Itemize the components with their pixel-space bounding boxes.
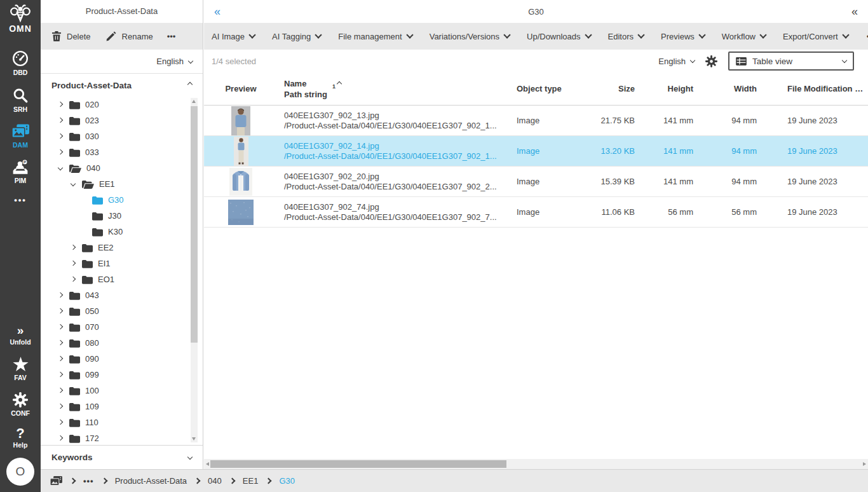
tree-item-ee1[interactable]: EE1: [41, 176, 203, 192]
column-object-type[interactable]: Object type: [501, 84, 576, 93]
table-row[interactable]: 040EE1G307_902_74.jpg /Product-Asset-Dat…: [204, 197, 868, 228]
breadcrumb-item-ee1[interactable]: EE1: [243, 476, 259, 486]
menu-file-management[interactable]: File management: [338, 32, 412, 41]
menu-editors[interactable]: Editors: [608, 32, 644, 41]
column-preview[interactable]: Preview: [204, 84, 278, 93]
tree-item-099[interactable]: 099: [41, 367, 203, 383]
tree-item-ei1[interactable]: EI1: [41, 256, 203, 271]
rail-item-unfold[interactable]: » Unfold: [10, 325, 31, 346]
tree-scrollbar-thumb[interactable]: [191, 106, 198, 343]
chevron-down-icon: [248, 31, 255, 38]
column-name-path[interactable]: Name Path string 1: [278, 78, 501, 100]
tree-item-090[interactable]: 090: [41, 351, 203, 367]
scroll-right-arrow[interactable]: [863, 462, 866, 466]
collapse-icon[interactable]: [69, 183, 77, 186]
tree-item-109[interactable]: 109: [41, 399, 203, 414]
expand-icon[interactable]: [57, 135, 64, 138]
folder-language-select[interactable]: English: [41, 50, 203, 74]
expand-icon[interactable]: [57, 342, 64, 345]
tree-item-050[interactable]: 050: [41, 303, 203, 319]
table-row[interactable]: 040EE1G307_902_20.jpg /Product-Asset-Dat…: [204, 167, 868, 197]
tree-item-040[interactable]: 040: [41, 160, 203, 176]
tree-item-030[interactable]: 030: [41, 128, 203, 144]
expand-icon[interactable]: [69, 247, 77, 249]
column-height[interactable]: Height: [646, 84, 705, 93]
rail-item-help[interactable]: ? Help: [13, 428, 28, 449]
tree-item-172[interactable]: 172: [41, 430, 203, 445]
expand-icon[interactable]: [57, 294, 64, 297]
expand-icon[interactable]: [57, 104, 64, 106]
collapse-right-panel-icon[interactable]: «: [851, 6, 858, 17]
menu-export-convert[interactable]: Export/Convert: [783, 32, 848, 41]
tree-item-033[interactable]: 033: [41, 144, 203, 160]
menu-variations-versions[interactable]: Variations/Versions: [430, 32, 510, 41]
expand-icon[interactable]: [57, 326, 64, 329]
tree-root-header[interactable]: Product-Asset-Data: [41, 74, 203, 97]
tree-item-080[interactable]: 080: [41, 335, 203, 351]
breadcrumb-item-040[interactable]: 040: [208, 476, 222, 486]
rename-button[interactable]: Rename: [106, 31, 153, 41]
menu-ai-image[interactable]: AI Image: [212, 32, 255, 41]
expand-icon[interactable]: [57, 358, 64, 360]
tree-item-020[interactable]: 020: [41, 97, 203, 113]
expand-icon[interactable]: [57, 120, 64, 122]
expand-icon[interactable]: [57, 421, 64, 424]
column-width[interactable]: Width: [705, 84, 768, 93]
expand-icon[interactable]: [57, 406, 64, 408]
expand-icon[interactable]: [69, 263, 77, 265]
table-row-selected[interactable]: 040EE1G307_902_14.jpg /Product-Asset-Dat…: [204, 136, 868, 167]
app-logo[interactable]: OMN: [9, 4, 32, 34]
asset-size: 13.20 KB: [576, 146, 646, 156]
tree-item-023[interactable]: 023: [41, 113, 203, 128]
tree-item-g30[interactable]: G30: [41, 192, 203, 208]
expand-icon[interactable]: [57, 437, 64, 440]
column-size[interactable]: Size: [576, 84, 646, 93]
rail-item-dam[interactable]: DAM: [12, 124, 29, 149]
rail-item-conf[interactable]: CONF: [11, 392, 30, 417]
tree-item-eo1[interactable]: EO1: [41, 271, 203, 287]
breadcrumb-item-product-asset-data[interactable]: Product-Asset-Data: [115, 476, 187, 486]
collapse-icon[interactable]: [57, 167, 64, 170]
rail-item-more[interactable]: •••: [14, 195, 27, 205]
column-file-modification[interactable]: File Modification d...: [768, 84, 868, 93]
scroll-left-arrow[interactable]: [206, 462, 209, 466]
user-avatar[interactable]: O: [6, 458, 34, 486]
delete-button[interactable]: Delete: [52, 31, 91, 41]
main-language-select[interactable]: English: [658, 57, 695, 66]
table-row[interactable]: 040EE1G307_902_13.jpg /Product-Asset-Dat…: [204, 106, 868, 136]
expand-icon[interactable]: [57, 151, 64, 154]
menu-workflow[interactable]: Workflow: [722, 32, 766, 41]
expand-icon[interactable]: [57, 390, 64, 392]
keywords-section-header[interactable]: Keywords: [41, 445, 203, 469]
settings-gear-icon[interactable]: [705, 55, 717, 67]
rail-item-pim[interactable]: P PIM: [12, 160, 29, 184]
tree-item-043[interactable]: 043: [41, 287, 203, 303]
rail-item-fav[interactable]: FAV: [13, 357, 29, 381]
expand-icon[interactable]: [57, 310, 64, 313]
horizontal-scrollbar[interactable]: [204, 459, 868, 469]
tree-item-k30[interactable]: K30: [41, 224, 203, 240]
expand-icon[interactable]: [69, 278, 77, 281]
scroll-up-arrow[interactable]: [192, 100, 196, 103]
rail-item-dbd[interactable]: DBD: [12, 50, 29, 76]
media-root-icon[interactable]: [50, 476, 62, 486]
tree-scrollbar[interactable]: [191, 98, 198, 442]
folder-more-button[interactable]: •••: [167, 32, 176, 41]
expand-icon[interactable]: [57, 374, 64, 376]
tree-item-110[interactable]: 110: [41, 414, 203, 430]
horizontal-scrollbar-thumb[interactable]: [210, 460, 506, 468]
scroll-down-arrow[interactable]: [192, 437, 196, 441]
sort-indicator[interactable]: 1: [332, 83, 341, 90]
tree-item-070[interactable]: 070: [41, 319, 203, 335]
menu-ai-tagging[interactable]: AI Tagging: [272, 32, 321, 41]
view-mode-select[interactable]: Table view: [728, 51, 854, 71]
menu-previews[interactable]: Previews: [661, 32, 705, 41]
tree-item-ee2[interactable]: EE2: [41, 240, 203, 256]
breadcrumb-item-g30[interactable]: G30: [279, 476, 295, 486]
menu-up-downloads[interactable]: Up/Downloads: [527, 32, 591, 41]
tree-item-j30[interactable]: J30: [41, 208, 203, 224]
rail-item-srh[interactable]: SRH: [12, 87, 29, 113]
breadcrumb-ellipsis[interactable]: •••: [83, 476, 94, 486]
tree-item-100[interactable]: 100: [41, 383, 203, 399]
collapse-left-panel-icon[interactable]: «: [214, 6, 220, 17]
